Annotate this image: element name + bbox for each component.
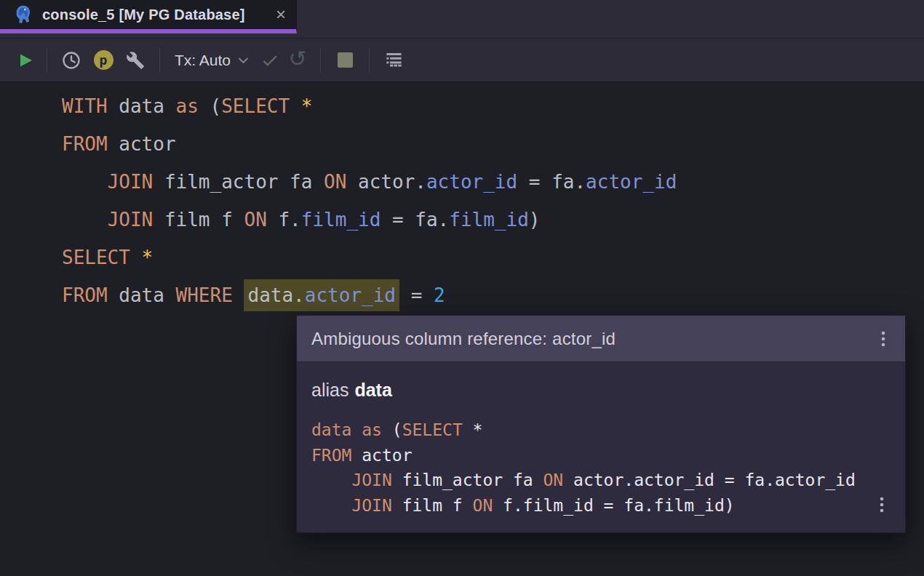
- toolbar: p Tx: Auto ↺: [0, 38, 924, 82]
- code-token: ): [529, 209, 541, 231]
- code-token: as: [362, 420, 382, 439]
- code-token: [62, 171, 108, 193]
- code-line[interactable]: FROM actor: [311, 443, 891, 468]
- settings-button[interactable]: [123, 48, 148, 73]
- alias-line: aliasdata: [311, 378, 891, 401]
- inspection-popup: Ambiguous column reference: actor_id ali…: [296, 315, 906, 533]
- code-line[interactable]: JOIN film_actor fa ON actor.actor_id = f…: [62, 163, 924, 201]
- code-token: actor: [351, 446, 412, 465]
- code-token: ON: [244, 209, 266, 231]
- code-token: film_actor fa: [153, 171, 324, 193]
- in-editor-results-button[interactable]: [381, 48, 406, 73]
- code-token: SELECT: [62, 247, 130, 268]
- popup-code-more-button[interactable]: [872, 495, 892, 515]
- code-line[interactable]: data as (SELECT *: [311, 417, 891, 443]
- code-token: WHERE: [176, 284, 233, 306]
- clock-icon: [61, 50, 81, 71]
- code-token: [290, 95, 301, 117]
- code-line[interactable]: JOIN film f ON f.film_id = fa.film_id): [62, 201, 924, 239]
- code-token: JOIN: [108, 171, 154, 193]
- code-token: film_id: [449, 209, 529, 231]
- code-token: data: [108, 95, 176, 117]
- code-line[interactable]: JOIN film f ON f.film_id = fa.film_id): [311, 493, 891, 519]
- session-button[interactable]: p: [91, 48, 116, 73]
- code-token: JOIN: [108, 209, 154, 231]
- code-token: WITH: [62, 95, 108, 117]
- kebab-menu-icon: [880, 497, 884, 513]
- code-token: (: [199, 95, 221, 117]
- tx-mode-dropdown[interactable]: Tx: Auto: [175, 52, 249, 69]
- wrench-icon: [126, 51, 145, 70]
- session-badge-icon: p: [94, 50, 113, 70]
- editor-tab-console5[interactable]: console_5 [My PG Database] ×: [0, 0, 297, 33]
- results-table-icon: [384, 50, 404, 70]
- tx-mode-label: Tx: Auto: [175, 52, 231, 69]
- code-token: [351, 420, 362, 439]
- code-token: data: [108, 284, 176, 306]
- code-token: actor: [108, 133, 176, 155]
- code-token: = fa.: [517, 171, 586, 193]
- code-token: *: [142, 247, 154, 268]
- code-token: FROM: [62, 133, 108, 155]
- code-line[interactable]: SELECT *: [62, 239, 924, 276]
- code-line[interactable]: WITH data as (SELECT *: [62, 87, 924, 125]
- code-token: [130, 247, 142, 268]
- code-token: [311, 471, 351, 489]
- check-icon: [260, 51, 279, 70]
- code-token: JOIN: [351, 496, 391, 515]
- toolbar-separator: [47, 48, 47, 73]
- popup-more-actions-button[interactable]: [873, 329, 893, 349]
- alias-name: data: [354, 380, 391, 400]
- code-token: SELECT: [221, 95, 290, 117]
- code-token: f.: [267, 209, 301, 231]
- code-token: f.film_id = fa.film_id): [493, 496, 734, 515]
- chevron-down-icon: [238, 57, 249, 64]
- inspection-popup-body: aliasdata data as (SELECT *FROM actor JO…: [297, 362, 905, 532]
- code-token: as: [176, 95, 199, 117]
- inspection-popup-header: Ambiguous column reference: actor_id: [297, 316, 905, 362]
- code-token: film_id: [301, 209, 381, 231]
- tab-title: console_5 [My PG Database]: [42, 7, 245, 23]
- inspection-title: Ambiguous column reference: actor_id: [311, 329, 616, 349]
- code-token: FROM: [311, 446, 351, 465]
- alias-label: alias: [311, 380, 349, 400]
- code-token: actor_id: [426, 171, 517, 193]
- code-token: = fa.: [381, 209, 449, 231]
- query-history-button[interactable]: [59, 48, 84, 73]
- close-icon[interactable]: ×: [276, 6, 286, 23]
- code-token: *: [473, 420, 483, 439]
- kebab-menu-icon: [881, 331, 885, 347]
- rollback-icon: ↺: [288, 48, 306, 70]
- stop-button[interactable]: [332, 48, 357, 73]
- code-token: SELECT: [402, 420, 463, 439]
- code-token: actor_id: [586, 171, 677, 193]
- code-token: actor.actor_id = fa.actor_id: [563, 471, 856, 489]
- toolbar-separator: [369, 48, 370, 73]
- run-button[interactable]: [13, 48, 38, 73]
- rollback-button[interactable]: ↺: [285, 48, 310, 73]
- code-token: FROM: [62, 284, 108, 306]
- code-token: film f: [153, 209, 244, 231]
- code-token: =: [399, 284, 434, 306]
- code-line[interactable]: FROM actor: [62, 125, 924, 163]
- code-token: ON: [324, 171, 346, 193]
- code-token: actor_id: [305, 284, 396, 306]
- code-token: 2: [434, 284, 445, 306]
- code-token: ON: [473, 496, 493, 515]
- toolbar-separator: [159, 48, 160, 73]
- code-token: (: [382, 420, 402, 439]
- tab-bar: console_5 [My PG Database] ×: [0, 0, 924, 38]
- alias-definition-code: data as (SELECT *FROM actor JOIN film_ac…: [311, 417, 891, 518]
- code-line[interactable]: FROM data WHERE data.actor_id = 2: [62, 276, 924, 314]
- postgresql-icon: [12, 4, 33, 25]
- code-token: [463, 420, 473, 439]
- code-token: data.: [247, 284, 304, 306]
- code-token: actor.: [346, 171, 426, 193]
- code-line[interactable]: JOIN film_actor fa ON actor.actor_id = f…: [311, 468, 891, 493]
- stop-icon: [338, 52, 353, 68]
- identifier-usage-highlight: data.actor_id: [244, 279, 399, 311]
- code-token: [311, 496, 351, 515]
- code-token: *: [301, 95, 313, 117]
- commit-button[interactable]: [258, 48, 282, 73]
- code-token: [233, 284, 244, 306]
